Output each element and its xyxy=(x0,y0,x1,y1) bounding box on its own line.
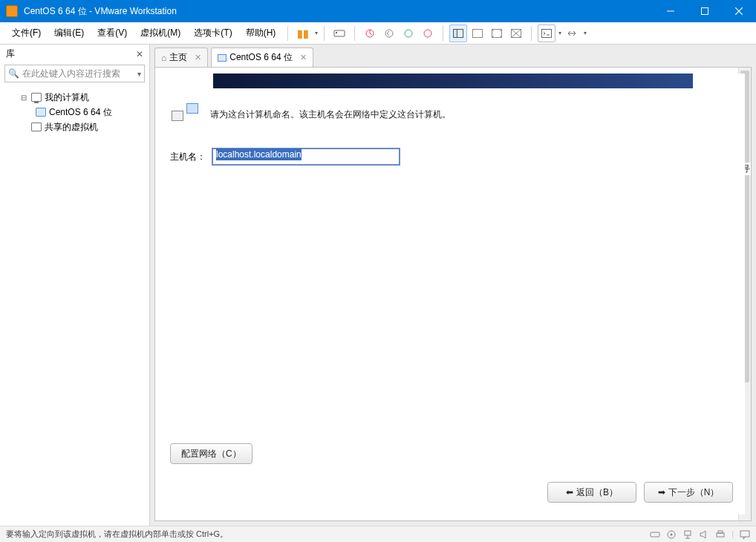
monitor-icon xyxy=(31,93,42,102)
close-button[interactable] xyxy=(722,0,756,22)
svg-rect-2 xyxy=(336,32,337,33)
view-multi-icon[interactable] xyxy=(469,25,486,42)
tab-close-icon[interactable]: ✕ xyxy=(300,53,307,62)
network-icon[interactable] xyxy=(682,529,693,540)
send-ctrl-alt-del-icon[interactable] xyxy=(330,25,348,42)
cd-icon[interactable] xyxy=(666,529,677,540)
hostname-value: localhost.localdomain xyxy=(216,148,302,160)
tab-label: 主页 xyxy=(169,51,187,64)
hostname-label: 主机名： xyxy=(170,151,206,163)
menu-file[interactable]: 文件(F) xyxy=(6,24,47,42)
menu-view[interactable]: 查看(V) xyxy=(91,24,133,42)
snapshot-manager-icon[interactable] xyxy=(400,25,417,42)
installer-screen: 请为这台计算机命名。该主机名会在网络中定义这台计算机。 主机名： localho… xyxy=(161,74,745,515)
minimize-button[interactable] xyxy=(654,0,688,22)
library-sidebar: 库 ✕ 🔍 在此处键入内容进行搜索 ▾ ⊟ 我的计算机 CentOS 6 64 … xyxy=(0,45,150,526)
tab-home[interactable]: ⌂ 主页 ✕ xyxy=(154,48,208,67)
menu-bar: 文件(F) 编辑(E) 查看(V) 虚拟机(M) 选项卡(T) 帮助(H) ▮▮… xyxy=(0,22,756,45)
hostname-row: 主机名： localhost.localdomain xyxy=(170,148,745,166)
sidebar-close-icon[interactable]: ✕ xyxy=(136,49,143,59)
window-titlebar: CentOS 6 64 位 - VMware Workstation xyxy=(0,0,756,22)
separator xyxy=(443,26,443,41)
app-icon xyxy=(6,5,18,17)
sidebar-title: 库 xyxy=(6,48,15,60)
snapshot-icon[interactable] xyxy=(361,25,379,42)
configure-network-row: 配置网络（C） xyxy=(170,443,252,464)
menu-edit[interactable]: 编辑(E) xyxy=(48,24,90,42)
view-single-icon[interactable] xyxy=(449,25,467,42)
separator xyxy=(531,26,532,41)
pause-icon[interactable]: ▮▮ xyxy=(294,25,312,42)
installer-prompt-text: 请为这台计算机命名。该主机名会在网络中定义这台计算机。 xyxy=(210,108,451,121)
search-placeholder: 在此处键入内容进行搜索 xyxy=(22,68,120,80)
configure-network-button[interactable]: 配置网络（C） xyxy=(170,443,252,464)
vm-console[interactable]: 寻 请为这台计算机命名。该主机名会在网络中定义这台计算机。 主机名： local… xyxy=(154,67,752,521)
tab-label: CentOS 6 64 位 xyxy=(229,51,293,64)
messages-icon[interactable] xyxy=(740,529,750,540)
tab-vm-centos[interactable]: CentOS 6 64 位 ✕ xyxy=(211,48,313,67)
network-computers-icon xyxy=(170,103,203,125)
chevron-down-icon[interactable]: ▾ xyxy=(137,70,141,78)
arrow-right-icon: ➡ xyxy=(658,487,665,497)
installer-banner xyxy=(213,74,693,88)
body-split: 库 ✕ 🔍 在此处键入内容进行搜索 ▾ ⊟ 我的计算机 CentOS 6 64 … xyxy=(0,45,756,526)
svg-point-4 xyxy=(385,30,393,37)
status-bar: 要将输入定向到该虚拟机，请在虚拟机内部单击或按 Ctrl+G。 | xyxy=(0,526,756,542)
stretch-icon[interactable] xyxy=(563,25,581,42)
hostname-input[interactable]: localhost.localdomain xyxy=(212,148,400,166)
tree-expander-icon[interactable]: ⊟ xyxy=(21,94,28,102)
back-button[interactable]: ⬅ 返回（B） xyxy=(547,482,636,503)
svg-rect-17 xyxy=(717,533,724,537)
svg-rect-18 xyxy=(718,531,723,533)
main-area: ⌂ 主页 ✕ CentOS 6 64 位 ✕ 寻 请为这台计算机命名。该主机名会… xyxy=(150,45,756,526)
tree-label: 共享的虚拟机 xyxy=(45,121,98,134)
chevron-down-icon[interactable]: ▾ xyxy=(584,30,587,36)
button-label: 下一步（N） xyxy=(668,486,720,499)
status-tray: | xyxy=(650,529,750,540)
tree-vm-centos[interactable]: CentOS 6 64 位 xyxy=(3,105,146,120)
tab-strip: ⌂ 主页 ✕ CentOS 6 64 位 ✕ xyxy=(150,45,756,67)
separator xyxy=(287,26,288,41)
sidebar-header: 库 ✕ xyxy=(0,45,149,62)
separator xyxy=(324,26,325,41)
tree-my-computer[interactable]: ⊟ 我的计算机 xyxy=(3,90,146,105)
svg-point-15 xyxy=(671,533,673,535)
status-text: 要将输入定向到该虚拟机，请在虚拟机内部单击或按 Ctrl+G。 xyxy=(6,529,228,540)
home-icon: ⌂ xyxy=(161,53,166,63)
chevron-down-icon[interactable]: ▾ xyxy=(558,30,561,36)
svg-rect-13 xyxy=(651,532,659,537)
chevron-down-icon[interactable]: ▾ xyxy=(315,30,318,36)
vm-icon xyxy=(36,108,46,117)
disk-icon[interactable] xyxy=(650,529,660,540)
window-title: CentOS 6 64 位 - VMware Workstation xyxy=(24,5,654,18)
svg-rect-12 xyxy=(542,29,552,37)
unity-icon[interactable] xyxy=(507,25,525,42)
maximize-button[interactable] xyxy=(688,0,722,22)
svg-rect-9 xyxy=(473,29,483,37)
console-icon[interactable] xyxy=(538,25,555,42)
separator xyxy=(354,26,355,41)
installer-prompt-row: 请为这台计算机命名。该主机名会在网络中定义这台计算机。 xyxy=(170,103,745,125)
menu-tabs[interactable]: 选项卡(T) xyxy=(188,24,238,42)
svg-rect-16 xyxy=(685,531,691,535)
menu-vm[interactable]: 虚拟机(M) xyxy=(134,24,186,42)
sidebar-search-input[interactable]: 🔍 在此处键入内容进行搜索 ▾ xyxy=(4,65,145,82)
menu-help[interactable]: 帮助(H) xyxy=(240,24,282,42)
button-label: 配置网络（C） xyxy=(181,448,241,460)
tree-shared-vms[interactable]: 共享的虚拟机 xyxy=(3,120,146,134)
library-tree: ⊟ 我的计算机 CentOS 6 64 位 共享的虚拟机 xyxy=(0,85,149,526)
fullscreen-icon[interactable] xyxy=(488,25,506,42)
next-button[interactable]: ➡ 下一步（N） xyxy=(644,482,733,503)
shared-icon xyxy=(31,123,42,131)
svg-point-6 xyxy=(424,30,431,37)
snapshot-revert-icon[interactable] xyxy=(380,25,398,42)
sound-icon[interactable] xyxy=(699,529,709,540)
svg-rect-0 xyxy=(702,8,708,15)
vm-icon xyxy=(218,54,227,62)
printer-icon[interactable] xyxy=(715,529,726,540)
tree-label: 我的计算机 xyxy=(45,91,89,104)
svg-rect-19 xyxy=(740,531,749,537)
snapshot-icon-2[interactable] xyxy=(419,25,437,42)
arrow-left-icon: ⬅ xyxy=(566,487,573,497)
tab-close-icon[interactable]: ✕ xyxy=(195,53,201,62)
